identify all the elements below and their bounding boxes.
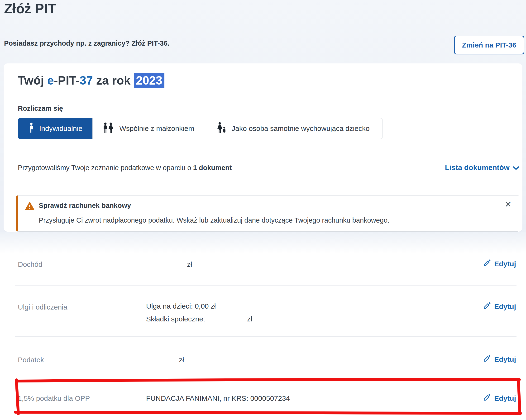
tab-joint-with-spouse[interactable]: Wspólnie z małżonkiem bbox=[92, 118, 203, 139]
row-value-dochod: zł bbox=[187, 260, 192, 269]
chevron-down-icon bbox=[513, 163, 519, 172]
documents-list-link[interactable]: Lista dokumentów bbox=[445, 163, 519, 172]
filing-mode-tabs: Indywidualnie Wspólnie z małżonkiem Jako… bbox=[18, 118, 383, 139]
heading-suffix: za rok bbox=[93, 74, 134, 87]
heading-accent-37: 37 bbox=[80, 74, 93, 87]
year-selected-text: 2023 bbox=[134, 73, 164, 88]
warning-triangle-icon bbox=[25, 202, 34, 211]
pit36-hint-text: Posiadasz przychody np. z zagranicy? Złó… bbox=[4, 40, 169, 47]
pencil-icon bbox=[483, 354, 491, 364]
parent-child-icon bbox=[216, 122, 227, 135]
tab-single-parent[interactable]: Jako osoba samotnie wychowująca dziecko bbox=[203, 118, 383, 139]
pencil-icon bbox=[483, 259, 491, 269]
edit-dochod-link[interactable]: Edytuj bbox=[483, 259, 516, 269]
edit-opp-link[interactable]: Edytuj bbox=[483, 393, 516, 403]
row-value-skladki-label: Składki społeczne: bbox=[146, 315, 205, 323]
page-title: Złóż PIT bbox=[4, 0, 56, 16]
alert-title: Sprawdź rachunek bankowy bbox=[39, 202, 131, 210]
row-label-dochod: Dochód bbox=[18, 260, 42, 269]
declaration-heading: Twój e-PIT-37 za rok 2023 bbox=[18, 74, 164, 87]
close-icon[interactable]: ✕ bbox=[505, 200, 512, 208]
alert-body: Przysługuje Ci zwrot nadpłaconego podatk… bbox=[39, 216, 389, 224]
tab-joint-label: Wspólnie z małżonkiem bbox=[119, 124, 194, 132]
person-icon bbox=[28, 123, 35, 135]
filing-mode-label: Rozliczam się bbox=[18, 105, 63, 112]
summary-text: Przygotowaliśmy Twoje zeznanie podatkowe… bbox=[18, 164, 232, 172]
tab-individual-label: Indywidualnie bbox=[39, 124, 82, 132]
e-pit-page: Złóż PIT Posiadasz przychody np. z zagra… bbox=[0, 0, 526, 420]
pencil-icon bbox=[483, 393, 491, 403]
edit-opp-label: Edytuj bbox=[494, 394, 516, 402]
edit-dochod-label: Edytuj bbox=[494, 260, 516, 268]
heading-prefix: Twój bbox=[18, 74, 47, 87]
row-value-skladki-amount: zł bbox=[247, 315, 252, 323]
row-value-opp: FUNDACJA FANIMANI, nr KRS: 0000507234 bbox=[146, 394, 290, 402]
bank-account-alert: Sprawdź rachunek bankowy Przysługuje Ci … bbox=[16, 195, 519, 232]
tab-individual[interactable]: Indywidualnie bbox=[18, 118, 92, 139]
couple-icon bbox=[101, 122, 115, 135]
edit-podatek-label: Edytuj bbox=[494, 355, 516, 363]
row-value-podatek: zł bbox=[179, 356, 184, 364]
heading-mid: -PIT- bbox=[54, 74, 80, 87]
documents-list-label: Lista dokumentów bbox=[445, 163, 510, 172]
row-divider bbox=[15, 336, 516, 337]
row-value-ulga-dzieci: Ulga na dzieci: 0,00 zł bbox=[146, 302, 216, 310]
edit-ulgi-link[interactable]: Edytuj bbox=[483, 302, 516, 311]
summary-prefix: Przygotowaliśmy Twoje zeznanie podatkowe… bbox=[18, 164, 193, 171]
heading-accent-e: e bbox=[47, 74, 54, 87]
row-divider bbox=[15, 285, 516, 286]
summary-doc-count: 1 dokument bbox=[193, 164, 232, 171]
tab-single-parent-label: Jako osoba samotnie wychowująca dziecko bbox=[232, 124, 369, 132]
row-label-ulgi: Ulgi i odliczenia bbox=[18, 303, 67, 311]
edit-ulgi-label: Edytuj bbox=[494, 303, 516, 311]
switch-to-pit36-button[interactable]: Zmień na PIT-36 bbox=[454, 36, 524, 54]
edit-podatek-link[interactable]: Edytuj bbox=[483, 354, 516, 364]
pencil-icon bbox=[483, 302, 491, 311]
row-label-opp: 1,5% podatku dla OPP bbox=[18, 394, 90, 402]
row-label-podatek: Podatek bbox=[18, 356, 44, 364]
row-divider bbox=[15, 380, 516, 380]
background-fade bbox=[0, 232, 526, 253]
